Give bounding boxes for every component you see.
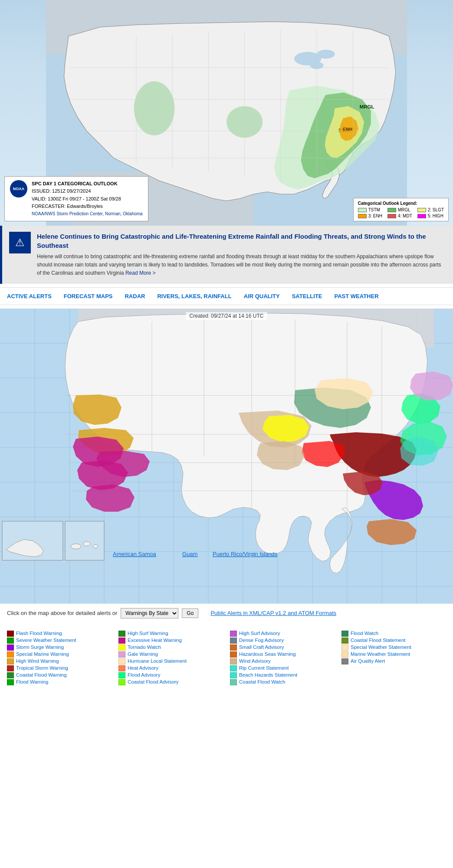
special-weather-stmt-label[interactable]: Special Weather Statement (351, 644, 411, 651)
excessive-heat-warning-label[interactable]: Excessive Heat Warning (128, 637, 182, 644)
tornado-watch-label[interactable]: Tornado Watch (128, 644, 161, 651)
svg-text:Guam: Guam (182, 551, 197, 557)
go-button[interactable]: Go (182, 608, 198, 618)
mrgl-label: MRGL (398, 207, 410, 212)
nav-forecast-maps[interactable]: FORECAST MAPS (64, 293, 113, 299)
hazardous-seas-warning-label[interactable]: Hazardous Seas Warning (239, 651, 296, 658)
spc-map-section: MRGL SLGT ENH NOAA (0, 0, 453, 226)
nav-active-alerts[interactable]: ACTIVE ALERTS (7, 293, 52, 299)
dense-fog-advisory-swatch (230, 638, 237, 644)
legend-flash-flood-warning: Flash Flood Warning (7, 630, 112, 637)
mdt-swatch (387, 214, 396, 218)
severe-weather-stmt-swatch (7, 638, 14, 644)
nav-radar[interactable]: RADAR (125, 293, 145, 299)
storm-surge-warning-swatch (7, 644, 14, 651)
noaa-logo: NOAA (10, 180, 27, 197)
hurricane-local-stmt-label[interactable]: Hurricane Local Statement (128, 658, 187, 664)
warnings-legend-section: Flash Flood Warning Severe Weather State… (0, 623, 453, 693)
heat-advisory-label[interactable]: Heat Advisory (128, 664, 158, 671)
high-label: 5: HIGH (428, 214, 443, 218)
enh-label: 3: ENH (368, 214, 382, 218)
legend-marine-weather-stmt: Marine Weather Statement (341, 651, 446, 658)
tstm-label: TSTM (368, 207, 380, 212)
warnings-by-state-select[interactable]: Warnings By State (121, 608, 178, 618)
svg-rect-55 (65, 521, 104, 560)
heat-advisory-swatch (118, 665, 125, 671)
spc-valid: VALID: 1300Z Fri 09/27 - 1200Z Sat 09/28 (32, 195, 143, 203)
special-marine-warning-label[interactable]: Special Marine Warning (16, 651, 69, 658)
coastal-flood-warning-label[interactable]: Coastal Flood Warning (16, 671, 67, 678)
coastal-flood-stmt-label[interactable]: Coastal Flood Statement (351, 637, 406, 644)
legend-enh: 3: ENH (358, 214, 382, 218)
xml-cap-link[interactable]: Public Alerts in XML/CAP v1.2 and ATOM F… (210, 610, 336, 616)
high-surf-warning-label[interactable]: High Surf Warning (128, 630, 168, 637)
legend-grid: TSTM MRGL 2: SLGT 3: ENH 4: MDT (358, 207, 444, 218)
high-swatch (417, 214, 426, 218)
read-more-link[interactable]: Read More > (125, 270, 156, 276)
svg-point-57 (83, 542, 90, 546)
click-label: Click on the map above for detailed aler… (7, 610, 117, 616)
high-surf-advisory-label[interactable]: High Surf Advisory (239, 630, 280, 637)
legend-tornado-watch: Tornado Watch (118, 644, 223, 651)
legend-col-2: High Surf Warning Excessive Heat Warning… (118, 630, 223, 686)
alert-body: Helene will continue to bring catastroph… (37, 253, 446, 278)
svg-text:Puerto Rico/Virgin Islands: Puerto Rico/Virgin Islands (213, 551, 278, 557)
high-surf-advisory-swatch (230, 631, 237, 637)
svg-text:ENH: ENH (343, 127, 352, 132)
excessive-heat-warning-swatch (118, 638, 125, 644)
spc-info-box: NOAA SPC DAY 1 CATEGORICAL OUTLOOK ISSUE… (4, 176, 148, 221)
coastal-flood-advisory-swatch (118, 679, 125, 685)
flash-flood-warning-swatch (7, 631, 14, 637)
legend-high-wind-warning: High Wind Warning (7, 658, 112, 664)
gale-warning-label[interactable]: Gale Warning (128, 651, 158, 658)
spc-issued: ISSUED: 1251Z 09/27/2024 (32, 187, 143, 195)
coastal-flood-warning-swatch (7, 672, 14, 678)
wind-advisory-swatch (230, 658, 237, 664)
storm-surge-warning-label[interactable]: Storm Surge Warning (16, 644, 64, 651)
flash-flood-warning-label[interactable]: Flash Flood Warning (16, 630, 62, 637)
coastal-flood-advisory-label[interactable]: Coastal Flood Advisory (128, 678, 179, 685)
nav-satellite[interactable]: SATELLITE (292, 293, 322, 299)
beach-hazards-stmt-swatch (230, 672, 237, 678)
slgt-label: 2: SLGT (428, 207, 444, 212)
legend-high: 5: HIGH (417, 214, 444, 218)
air-quality-alert-label[interactable]: Air Quality Alert (351, 658, 385, 664)
high-wind-warning-label[interactable]: High Wind Warning (16, 658, 59, 664)
flood-advisory-label[interactable]: Flood Advisory (128, 671, 160, 678)
nav-past-weather[interactable]: PAST WEATHER (335, 293, 379, 299)
legend-beach-hazards-stmt: Beach Hazards Statement (230, 671, 335, 678)
coastal-flood-watch-label[interactable]: Coastal Flood Watch (239, 678, 285, 685)
alerts-map-section: Created: 09/27/24 at 14:16 UTC (0, 309, 453, 623)
alerts-map-svg[interactable]: American Samoa Guam Puerto Rico/Virgin I… (0, 309, 453, 604)
air-quality-alert-swatch (341, 658, 348, 664)
beach-hazards-stmt-label[interactable]: Beach Hazards Statement (239, 671, 297, 678)
rip-current-stmt-swatch (230, 665, 237, 671)
severe-weather-stmt-label[interactable]: Severe Weather Statement (16, 637, 76, 644)
wind-advisory-label[interactable]: Wind Advisory (239, 658, 271, 664)
legend-mrgl: MRGL (387, 207, 412, 212)
dense-fog-advisory-label[interactable]: Dense Fog Advisory (239, 637, 284, 644)
alert-warning-icon: ⚠ (9, 232, 31, 253)
spc-org: NOAA/NWS Storm Prediction Center, Norman… (32, 210, 143, 217)
alert-banner: ⚠ Helene Continues to Bring Catastrophic… (0, 226, 453, 284)
marine-weather-stmt-swatch (341, 651, 348, 658)
legend-flood-warning: Flood Warning (7, 678, 112, 685)
small-craft-advisory-label[interactable]: Small Craft Advisory (239, 644, 284, 651)
spc-map-container[interactable]: MRGL SLGT ENH NOAA (0, 0, 453, 226)
legend-coastal-flood-advisory: Coastal Flood Advisory (118, 678, 223, 685)
legend-col-4: Flood Watch Coastal Flood Statement Spec… (341, 630, 446, 686)
legend-small-craft-advisory: Small Craft Advisory (230, 644, 335, 651)
flood-watch-label[interactable]: Flood Watch (351, 630, 378, 637)
alerts-map-container[interactable]: Created: 09/27/24 at 14:16 UTC (0, 309, 453, 604)
legend-air-quality-alert: Air Quality Alert (341, 658, 446, 664)
rip-current-stmt-label[interactable]: Rip Current Statement (239, 664, 289, 671)
tropical-storm-warning-label[interactable]: Tropical Storm Warning (16, 664, 68, 671)
tropical-storm-warning-swatch (7, 665, 14, 671)
nav-air-quality[interactable]: AIR QUALITY (244, 293, 280, 299)
marine-weather-stmt-label[interactable]: Marine Weather Statement (351, 651, 410, 658)
nav-rivers-lakes[interactable]: RIVERS, LAKES, RAINFALL (157, 293, 231, 299)
svg-text:MRGL: MRGL (360, 104, 374, 109)
flood-advisory-swatch (118, 672, 125, 678)
flood-warning-label[interactable]: Flood Warning (16, 678, 48, 685)
map-timestamp: Created: 09/27/24 at 14:16 UTC (186, 312, 267, 320)
